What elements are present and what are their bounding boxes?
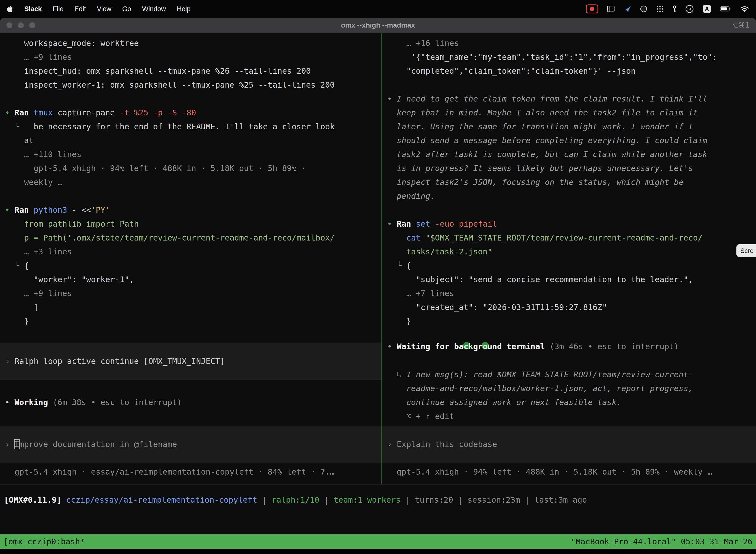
- terminal-line: • Ran set -euo pipefail: [382, 217, 756, 231]
- text-segment: •: [5, 205, 15, 215]
- text-segment: weekly …: [5, 177, 62, 187]
- right-pane[interactable]: … +16 lines '{"team_name":"my-team","tas…: [382, 33, 756, 484]
- text-segment: | turns:20 | session:23m | last:3m ago: [400, 495, 587, 505]
- terminal-line: task2 after task1 is complete, but can I…: [382, 148, 756, 161]
- text-segment: gpt-5.4 xhigh · essay/ai-reimplementatio…: [5, 467, 334, 477]
- terminal-line: gpt-5.4 xhigh · 94% left · 488K in · 5.1…: [382, 465, 756, 479]
- terminal-line: cat "$OMX_TEAM_STATE_ROOT/team/review-cu…: [382, 231, 756, 245]
- input-source-icon[interactable]: A: [703, 5, 711, 13]
- screen-overlay-notification[interactable]: Scre: [737, 244, 756, 257]
- text-segment: ↳ 1 new msg(s): read $OMX_TEAM_STATE_ROO…: [387, 370, 693, 379]
- prompt-input[interactable]: › Explain this codebase: [382, 426, 756, 463]
- window-title: omx --xhigh --madmax: [341, 21, 415, 29]
- text-segment: ›: [387, 440, 397, 449]
- text-segment: •: [5, 108, 15, 117]
- text-segment: Explain this codebase: [397, 440, 497, 449]
- text-segment: gpt-5.4 xhigh · 94% left · 488K in · 5.1…: [5, 164, 306, 173]
- terminal-line: "created_at": "2026-03-31T11:59:27.816Z": [382, 300, 756, 314]
- menu-help[interactable]: Help: [177, 5, 191, 13]
- text-segment: ›: [5, 356, 15, 366]
- text-segment: capture-pane: [58, 108, 120, 117]
- text-segment: }: [5, 317, 29, 326]
- terminal-line: "subject": "send a concise recommendatio…: [382, 273, 756, 286]
- text-segment: "created_at": "2026-03-31T11:59:27.816Z": [387, 302, 607, 312]
- text-segment: cczip/essay/ai-reimplementation-copyleft: [66, 495, 257, 505]
- wifi-icon[interactable]: [740, 5, 749, 12]
- text-segment: Waiting for background terminal: [397, 342, 545, 351]
- text-segment: |: [257, 495, 271, 505]
- text-segment: •: [387, 219, 397, 229]
- terminal-line: … +110 lines: [0, 148, 381, 161]
- terminal-line: └ be necessary for the end of the README…: [0, 120, 381, 133]
- text-segment: (6m 38s • esc to interrupt): [48, 398, 182, 407]
- terminal-line: inspect task2's JSON, focusing on the st…: [382, 175, 756, 189]
- zoom-button[interactable]: [29, 22, 35, 28]
- terminal-line: should send a message before completing …: [382, 133, 756, 148]
- menu-bar-status-icons: 61 A: [586, 4, 749, 13]
- text-segment: from pathlib import Path: [5, 219, 139, 229]
- text-segment: •: [387, 94, 397, 104]
- terminal-line: "completed","claim_token":"claim-token"}…: [382, 64, 756, 78]
- spacer: [0, 189, 381, 203]
- menu-view[interactable]: View: [97, 5, 111, 13]
- spacer: [0, 92, 381, 106]
- text-segment: I need to get the claim token from the c…: [397, 94, 707, 104]
- spacer: [382, 203, 756, 217]
- text-segment: •: [5, 398, 15, 407]
- text-segment: tmux: [34, 108, 58, 117]
- close-button[interactable]: [6, 22, 12, 28]
- terminal-line: at: [0, 133, 381, 148]
- text-segment: '{"team_name":"my-team","task_id":"1","f…: [387, 52, 717, 62]
- dots-grid-icon[interactable]: [656, 5, 664, 13]
- terminal-line: └ {: [0, 259, 381, 273]
- text-segment: continue assigned work or next feasible …: [387, 398, 621, 407]
- terminal-line: └ {: [382, 259, 756, 273]
- battery-gauge-icon[interactable]: 61: [685, 4, 694, 13]
- bird-icon[interactable]: [624, 5, 631, 12]
- menu-go[interactable]: Go: [122, 5, 131, 13]
- battery-icon[interactable]: [720, 6, 731, 12]
- terminal-line: p = Path('.omx/state/team/review-current…: [0, 231, 381, 245]
- menu-file[interactable]: File: [53, 5, 64, 13]
- tmux-session-label[interactable]: [omx-cczip0:bash*: [3, 537, 85, 546]
- terminal-line: readme-and-reco/mailbox/worker-1.json, a…: [382, 382, 756, 395]
- terminal-line: '{"team_name":"my-team","task_id":"1","f…: [382, 50, 756, 64]
- key-icon[interactable]: [673, 5, 676, 13]
- left-pane[interactable]: workspace_mode: worktree … +9 lines insp…: [0, 33, 381, 484]
- window-title-bar[interactable]: omx --xhigh --madmax ⌥⌘1: [0, 18, 756, 33]
- pane-divider[interactable]: [381, 33, 382, 484]
- text-segment: task2 after task1 is complete, but can I…: [387, 150, 707, 159]
- prompt-input[interactable]: › Improve documentation in @filename: [0, 426, 381, 463]
- text-segment: inspect task2's JSON, focusing on the st…: [387, 177, 683, 187]
- terminal-line: gpt-5.4 xhigh · 94% left · 488K in · 5.1…: [0, 161, 381, 175]
- terminal-line: workspace_mode: worktree: [0, 36, 381, 50]
- menu-window[interactable]: Window: [142, 5, 166, 13]
- window-controls: [6, 22, 35, 28]
- menu-edit[interactable]: Edit: [74, 5, 86, 13]
- terminal-line: • Waiting for background terminal (3m 46…: [382, 340, 756, 353]
- minimize-button[interactable]: [18, 22, 24, 28]
- text-segment: later. Using the same for transition mig…: [387, 122, 693, 131]
- spacer: [0, 328, 381, 342]
- terminal-line: • Working (6m 38s • esc to interrupt): [0, 395, 381, 409]
- text-segment: {: [24, 261, 29, 270]
- prompt-input[interactable]: › Ralph loop active continue [OMX_TMUX_I…: [0, 342, 381, 380]
- text-segment: {: [406, 261, 411, 270]
- text-segment: ]: [5, 302, 39, 312]
- grid-icon[interactable]: [607, 6, 615, 12]
- status-circle-icon[interactable]: [640, 5, 647, 13]
- text-segment: is in progress? It seems likely but perh…: [387, 164, 693, 173]
- terminal-line: … +9 lines: [0, 286, 381, 300]
- screen-recording-stop-icon[interactable]: [586, 4, 598, 13]
- status-separator: [0, 484, 756, 485]
- text-segment: └: [387, 261, 406, 270]
- text-segment: python3: [34, 205, 72, 215]
- text-segment: ›: [5, 440, 15, 449]
- text-segment: -t %25 -p -S -80: [120, 108, 196, 117]
- terminal-line: inspect_hud: omx sparkshell --tmux-pane …: [0, 64, 381, 78]
- terminal-line: inspect_worker-1: omx sparkshell --tmux-…: [0, 78, 381, 92]
- text-segment: "completed","claim_token":"claim-token"}…: [387, 66, 636, 76]
- text-segment: ralph:1/10: [271, 495, 319, 505]
- apple-logo-icon[interactable]: [7, 5, 13, 13]
- active-app-name[interactable]: Slack: [24, 5, 42, 13]
